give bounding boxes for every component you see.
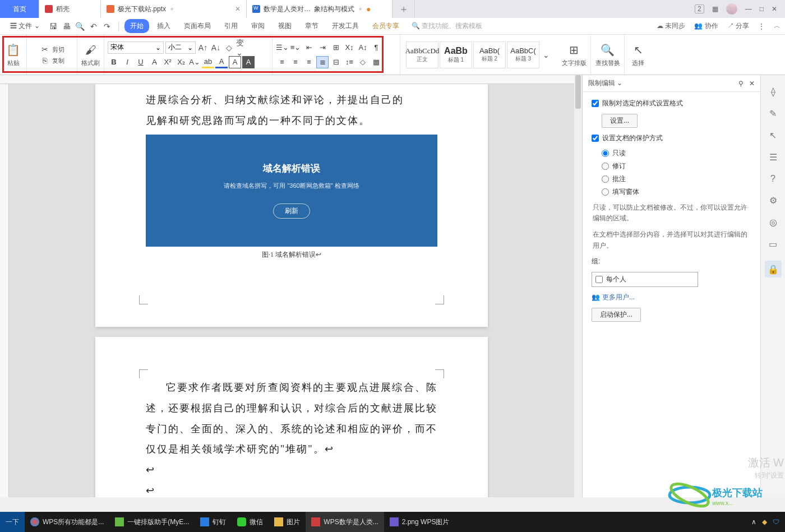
numbering-icon[interactable]: ≡⌄ (289, 41, 302, 54)
align-right-icon[interactable]: ≡ (303, 56, 315, 68)
chevron-up-icon[interactable]: ︿ (774, 21, 781, 31)
tray-icon[interactable]: ∧ (751, 518, 756, 526)
share-button[interactable]: ↗ 分享 (727, 21, 749, 31)
radio-form[interactable]: 填写窗体 (602, 187, 751, 197)
taskbar-item[interactable]: 2.png WPS图片 (384, 512, 455, 532)
superscript-button[interactable]: X² (161, 56, 174, 68)
tray-icon[interactable]: 🛡 (773, 518, 779, 526)
tab-home[interactable]: 首页 (0, 0, 39, 18)
pin-icon[interactable]: ⚲ (738, 80, 744, 87)
radio-track[interactable]: 修订 (602, 161, 751, 171)
radio-comment[interactable]: 批注 (602, 174, 751, 184)
charshade-button[interactable]: A (242, 56, 255, 68)
font-size-select[interactable]: 小二⌄ (165, 41, 196, 54)
system-tray[interactable]: ∧ ◆ 🛡 (751, 518, 785, 526)
font-name-select[interactable]: 宋体⌄ (108, 41, 164, 54)
bullets-icon[interactable]: ☰⌄ (276, 41, 288, 54)
linespace-icon[interactable]: ↕≡ (343, 56, 355, 68)
menu-vip[interactable]: 会员专享 (367, 19, 405, 33)
sort-icon[interactable]: X↕ (343, 41, 355, 54)
brush-icon[interactable]: 🖌 (83, 42, 99, 58)
cut-icon[interactable]: ✂ (39, 44, 50, 55)
cursor-icon[interactable]: ↖ (769, 130, 777, 141)
menu-chapter[interactable]: 章节 (299, 19, 324, 33)
redo-icon[interactable]: ↷ (101, 21, 113, 32)
search-input[interactable]: 🔍 查找功能、搜索模板 (412, 21, 482, 31)
help-icon[interactable]: ? (770, 174, 775, 184)
tab-add[interactable]: ＋ (392, 0, 415, 18)
textlayout-icon[interactable]: ⊞ (566, 42, 582, 58)
highlight-button[interactable]: ab (202, 56, 214, 68)
chk-format-restrict[interactable]: 限制对选定的样式设置格式 (592, 99, 751, 108)
save-icon[interactable]: 🖫 (48, 21, 59, 32)
coop-button[interactable]: 👥 协作 (694, 21, 718, 31)
borders-icon[interactable]: ▦ (370, 56, 382, 68)
showmarks-icon[interactable]: A↕ (357, 41, 369, 54)
tab-file-docx[interactable]: 数学是人类对…象结构与模式 ⚬ ● (247, 0, 392, 18)
align-justify-icon[interactable]: ≣ (316, 56, 329, 68)
scroll-thumb[interactable] (575, 75, 581, 109)
ruler-vertical[interactable] (0, 84, 9, 497)
subscript-button[interactable]: X₂ (175, 56, 187, 68)
tabstop-icon[interactable]: ⊞ (330, 41, 342, 54)
align-left-icon[interactable]: ≡ (276, 56, 288, 68)
chk-protect-mode[interactable]: 设置文档的保护方式 (592, 133, 751, 143)
lock-icon[interactable]: 🔒 (765, 261, 782, 277)
print-icon[interactable]: 🖶 (61, 21, 72, 32)
textfx-button[interactable]: A⌄ (188, 56, 201, 68)
shrink-font-icon[interactable]: A↓ (210, 42, 221, 53)
menu-start[interactable]: 开始 (124, 19, 149, 33)
taskbar-item[interactable]: WPS所有功能都是... (25, 512, 109, 532)
style-h1[interactable]: AaBb标题 1 (440, 41, 472, 68)
settings-icon[interactable]: ☰ (769, 152, 777, 163)
menu-file[interactable]: ☰ 文件 ⌄ (4, 19, 45, 33)
sync-status[interactable]: ☁ 未同步 (657, 21, 685, 31)
grid-icon[interactable]: ▦ (712, 5, 718, 13)
outdent-icon[interactable]: ⇤ (303, 41, 315, 54)
find-icon[interactable]: 🔍 (600, 42, 616, 58)
menu-review[interactable]: 审阅 (246, 19, 270, 33)
settings-button[interactable]: 设置... (602, 114, 638, 128)
tab-daoke[interactable]: 稻壳 (39, 0, 101, 18)
minimize-icon[interactable]: — (745, 5, 752, 13)
tab-file-pptx[interactable]: 极光下载站.pptx ⚬ ✕ (101, 0, 247, 18)
image-caption[interactable]: 图·1 域名解析错误↩ (146, 250, 437, 260)
style-normal[interactable]: AaBbCcDd正文 (406, 41, 438, 68)
styles-more-icon[interactable]: ⌄ (541, 49, 552, 61)
grow-font-icon[interactable]: A↑ (197, 42, 209, 53)
style-h2[interactable]: AaBb(标题 2 (473, 41, 506, 68)
more-icon[interactable]: ⋮ (758, 22, 765, 30)
paragraph[interactable]: 见解和研究思路而写成的一种不同于的文体。 (146, 110, 437, 131)
ruler-horizontal[interactable] (0, 75, 582, 84)
fontcolor-button[interactable]: A (215, 56, 228, 68)
indent-icon[interactable]: ⇥ (316, 41, 329, 54)
distribute-icon[interactable]: ⊟ (330, 56, 342, 68)
underline-button[interactable]: U (135, 56, 147, 68)
pen-icon[interactable]: ✎ (769, 108, 777, 119)
rocket-icon[interactable]: ⟠ (771, 86, 775, 97)
taskbar-item[interactable]: 一键排版助手(MyE... (109, 512, 195, 532)
align-center-icon[interactable]: ≡ (289, 56, 302, 68)
menu-insert[interactable]: 插入 (151, 19, 176, 33)
tray-icon[interactable]: ◆ (762, 518, 767, 526)
sparkle-icon[interactable]: ⚙ (769, 195, 777, 206)
everyone-checkbox[interactable]: 每个人 (592, 272, 698, 287)
paste-icon[interactable]: 📋 (6, 42, 21, 58)
clear-format-icon[interactable]: ◇ (223, 42, 234, 53)
scrollbar-vertical[interactable] (574, 75, 582, 497)
copy-icon[interactable]: ⎘ (39, 55, 50, 66)
close-icon[interactable]: ✕ (235, 5, 241, 13)
pin-icon[interactable]: ⚬ (169, 6, 174, 13)
undo-icon[interactable]: ↶ (88, 21, 99, 32)
menu-ref[interactable]: 引用 (219, 19, 243, 33)
paragraph[interactable]: 它要求作者既要对所查阅资料的主要观点进展综合、陈述，还要根据自己的理解和认识，对… (146, 377, 437, 460)
start-protect-button[interactable]: 启动保护... (592, 308, 641, 322)
style-h3[interactable]: AaBbC(标题 3 (507, 41, 539, 68)
page-2[interactable]: 它要求作者既要对所查阅资料的主要观点进展综合、陈述，还要根据自己的理解和认识，对… (95, 337, 488, 497)
pin-icon[interactable]: ⚬ (358, 6, 363, 13)
paragraph[interactable]: ↩ (146, 460, 437, 480)
phonetic-icon[interactable]: 变⌄ (236, 42, 247, 53)
bold-button[interactable]: B (108, 56, 120, 68)
strike-button[interactable]: A̵ (148, 56, 160, 68)
taskbar-item[interactable]: 钉钉 (195, 512, 232, 532)
